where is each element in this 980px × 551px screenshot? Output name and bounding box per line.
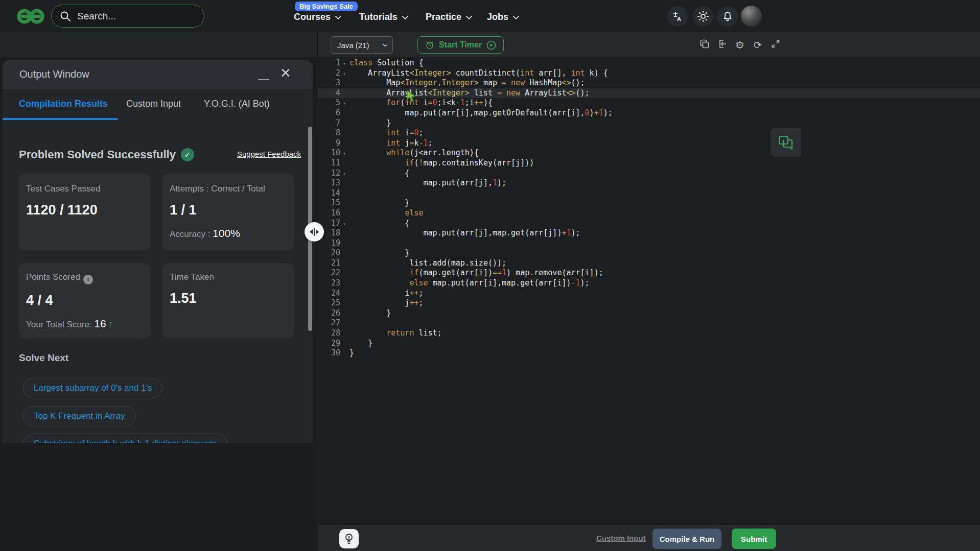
code-text: return list; bbox=[348, 328, 442, 338]
theme-toggle-button[interactable] bbox=[693, 6, 713, 27]
fold-caret-icon[interactable]: ▾ bbox=[340, 59, 348, 69]
line-number: 29 bbox=[318, 339, 340, 349]
code-line-15[interactable]: 15 } bbox=[318, 198, 980, 208]
code-line-2[interactable]: 2▾ ArrayList<Integer> countDistinct(int … bbox=[318, 68, 980, 79]
code-line-30[interactable]: 30} bbox=[318, 348, 980, 358]
code-line-27[interactable]: 27 bbox=[318, 318, 980, 328]
fold-caret-icon[interactable]: ▾ bbox=[340, 149, 348, 159]
code-line-7[interactable]: 7 } bbox=[318, 118, 980, 129]
translate-icon: A bbox=[672, 11, 683, 22]
panel-resize-handle[interactable] bbox=[305, 222, 324, 242]
code-line-22[interactable]: 22 if(map.get(arr[i])==1) map.remove(arr… bbox=[318, 268, 980, 278]
total-score-line: Your Total Score: 16 ↑ bbox=[26, 318, 144, 330]
code-line-13[interactable]: 13 map.put(arr[j],1); bbox=[318, 178, 980, 188]
fullscreen-button[interactable] bbox=[769, 39, 782, 51]
avatar[interactable] bbox=[741, 6, 762, 27]
compile-run-button[interactable]: Compile & Run bbox=[652, 529, 721, 549]
suggest-feedback-link[interactable]: Suggest Feedback bbox=[237, 150, 301, 158]
line-number: 27 bbox=[318, 318, 340, 328]
code-text: map.put(arr[j],1); bbox=[348, 178, 506, 187]
sun-icon bbox=[697, 10, 709, 22]
translate-button[interactable]: A bbox=[667, 6, 688, 27]
play-circle-icon bbox=[486, 40, 496, 50]
code-text: { bbox=[348, 169, 409, 178]
notifications-button[interactable] bbox=[717, 6, 738, 27]
start-timer-button[interactable]: Start Timer bbox=[417, 36, 504, 54]
code-line-21[interactable]: 21 list.add(map.size()); bbox=[318, 258, 980, 269]
solve-next-link[interactable]: Largest subarray of 0's and 1's bbox=[23, 378, 162, 398]
code-text: for(int i=0;i<k-1;i++){ bbox=[348, 98, 493, 107]
line-number: 20 bbox=[318, 248, 340, 258]
language-select[interactable]: Java (21) bbox=[331, 36, 393, 54]
chevron-down-icon bbox=[466, 13, 473, 19]
output-window-title: Output Window bbox=[19, 68, 89, 80]
code-line-20[interactable]: 20 } bbox=[318, 248, 980, 258]
code-editor[interactable]: 1▾class Solution {2▾ ArrayList<Integer> … bbox=[318, 57, 980, 525]
line-number: 3 bbox=[318, 78, 340, 88]
code-text: while(j<arr.length){ bbox=[348, 148, 479, 157]
nav-courses[interactable]: Courses bbox=[294, 9, 340, 25]
fold-caret-icon[interactable]: ▾ bbox=[340, 99, 348, 109]
custom-input-link[interactable]: Custom Input bbox=[596, 534, 646, 542]
line-number: 10 bbox=[318, 148, 340, 158]
hint-bulb-button[interactable] bbox=[339, 529, 359, 548]
code-line-25[interactable]: 25 j++; bbox=[318, 298, 980, 308]
code-line-28[interactable]: 28 return list; bbox=[318, 328, 980, 339]
code-text: { bbox=[348, 219, 409, 228]
editor-footer-bar: Custom Input Compile & Run Submit bbox=[318, 525, 980, 551]
code-text: if(!map.containsKey(arr[j])) bbox=[348, 158, 534, 167]
code-line-4[interactable]: 4 ArrayList<Integer> list = new ArrayLis… bbox=[318, 88, 980, 99]
code-text bbox=[348, 188, 349, 198]
code-line-16[interactable]: 16 else bbox=[318, 208, 980, 219]
info-icon[interactable]: i bbox=[83, 275, 93, 284]
fold-caret-icon[interactable]: ▾ bbox=[340, 169, 348, 179]
code-line-10[interactable]: 10▾ while(j<arr.length){ bbox=[318, 148, 980, 158]
settings-button[interactable]: ⚙ bbox=[734, 39, 746, 51]
code-line-24[interactable]: 24 i++; bbox=[318, 289, 980, 299]
gfg-logo-icon[interactable] bbox=[15, 6, 46, 27]
doubt-chat-widget[interactable] bbox=[771, 128, 801, 157]
active-tab-underline bbox=[3, 118, 118, 120]
close-icon[interactable]: ✕ bbox=[280, 65, 294, 81]
mouse-cursor-icon bbox=[405, 90, 416, 103]
solve-next-link[interactable]: Substrings of length k with k-1 distinct… bbox=[23, 434, 227, 443]
code-line-19[interactable]: 19 bbox=[318, 238, 980, 249]
code-line-8[interactable]: 8 int i=0; bbox=[318, 128, 980, 138]
tab-yogi-ai-bot[interactable]: Y.O.G.I. (AI Bot) bbox=[204, 99, 270, 109]
code-line-5[interactable]: 5▾ for(int i=0;i<k-1;i++){ bbox=[318, 98, 980, 108]
code-line-14[interactable]: 14 bbox=[318, 188, 980, 199]
line-number: 9 bbox=[318, 138, 340, 149]
code-line-23[interactable]: 23 else map.put(arr[i],map.get(arr[i])-1… bbox=[318, 278, 980, 289]
code-line-18[interactable]: 18 map.put(arr[j],map.get(arr[j])+1); bbox=[318, 228, 980, 238]
import-icon bbox=[717, 39, 728, 49]
code-line-26[interactable]: 26 } bbox=[318, 308, 980, 319]
nav-practice[interactable]: Practice bbox=[426, 9, 471, 25]
code-line-6[interactable]: 6 map.put(arr[i],map.getOrDefault(arr[i]… bbox=[318, 108, 980, 118]
nav-jobs[interactable]: Jobs bbox=[487, 9, 518, 25]
alarm-clock-icon bbox=[425, 40, 434, 50]
code-line-29[interactable]: 29 } bbox=[318, 339, 980, 349]
code-text: ArrayList<Integer> list = new ArrayList<… bbox=[348, 88, 590, 98]
code-line-17[interactable]: 17▾ { bbox=[318, 219, 980, 229]
code-text: } bbox=[348, 308, 391, 318]
minimize-button[interactable]: — bbox=[258, 73, 271, 83]
fold-caret-icon[interactable]: ▾ bbox=[340, 219, 348, 229]
code-line-3[interactable]: 3 Map<Integer,Integer> map = new HashMap… bbox=[318, 78, 980, 88]
solve-next-link[interactable]: Top K Frequent in Array bbox=[23, 406, 136, 426]
nav-tutorials[interactable]: Tutorials bbox=[359, 9, 407, 25]
code-line-9[interactable]: 9 int j=k-1; bbox=[318, 138, 980, 149]
fold-caret-icon[interactable]: ▾ bbox=[340, 69, 348, 79]
import-code-button[interactable] bbox=[716, 39, 729, 51]
code-line-1[interactable]: 1▾class Solution { bbox=[318, 58, 980, 68]
code-lines: 1▾class Solution {2▾ ArrayList<Integer> … bbox=[318, 58, 980, 358]
search-input[interactable]: Search... bbox=[51, 5, 204, 28]
tab-compilation-results[interactable]: Compilation Results bbox=[19, 99, 108, 109]
code-line-11[interactable]: 11 if(!map.containsKey(arr[j])) bbox=[318, 158, 980, 169]
submit-button[interactable]: Submit bbox=[732, 529, 776, 549]
code-line-12[interactable]: 12▾ { bbox=[318, 169, 980, 179]
copy-code-button[interactable] bbox=[698, 39, 711, 51]
tab-custom-input[interactable]: Custom Input bbox=[126, 99, 181, 109]
line-number: 30 bbox=[318, 348, 340, 358]
editor-toolbar: Java (21) Start Timer bbox=[317, 32, 980, 57]
reset-code-button[interactable]: ⟳ bbox=[752, 39, 764, 51]
